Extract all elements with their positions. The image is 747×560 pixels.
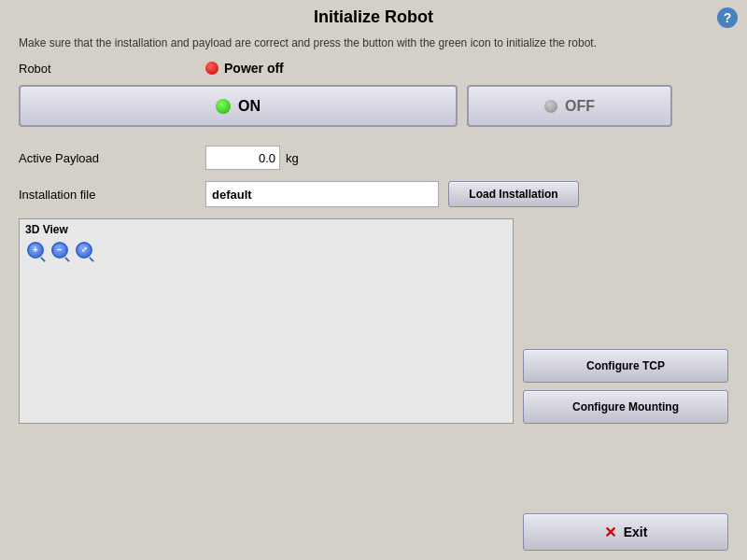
exit-x-icon: ✕ — [604, 524, 616, 541]
main-window: Initialize Robot ? Make sure that the in… — [0, 0, 747, 560]
zoom-in-icon[interactable]: + — [25, 240, 46, 260]
zoom-out-circle: − — [51, 242, 68, 259]
off-button[interactable]: OFF — [467, 85, 672, 127]
on-button[interactable]: ON — [19, 85, 458, 127]
payload-label: Active Payload — [19, 151, 205, 165]
exit-label: Exit — [624, 525, 648, 539]
configure-mounting-button[interactable]: Configure Mounting — [523, 390, 728, 424]
green-circle-icon — [216, 99, 231, 114]
payload-row: Active Payload kg — [19, 146, 728, 170]
red-dot-icon — [205, 62, 218, 75]
installation-label: Installation file — [19, 188, 205, 202]
load-installation-button[interactable]: Load Installation — [448, 181, 579, 207]
help-icon[interactable]: ? — [717, 7, 738, 28]
main-content: Robot Power off ON OFF Active Payload kg… — [0, 61, 747, 207]
off-button-label: OFF — [565, 98, 595, 115]
lower-section: 3D View + − ⤢ — [0, 218, 747, 424]
right-buttons-panel: Configure TCP Configure Mounting — [523, 218, 728, 424]
zoom-fit-icon[interactable]: ⤢ — [74, 240, 94, 260]
window-title: Initialize Robot — [314, 7, 433, 27]
three-d-title: 3D View — [20, 219, 74, 240]
power-status: Power off — [205, 61, 284, 76]
robot-label: Robot — [19, 62, 205, 76]
configure-tcp-button[interactable]: Configure TCP — [523, 349, 728, 383]
title-bar: Initialize Robot ? — [0, 0, 747, 33]
gray-circle-icon — [544, 100, 557, 113]
three-d-view-panel: 3D View + − ⤢ — [19, 218, 514, 424]
kg-unit-label: kg — [286, 151, 299, 165]
on-button-label: ON — [238, 98, 261, 115]
exit-button[interactable]: ✕ Exit — [523, 513, 728, 551]
power-status-text: Power off — [224, 61, 284, 76]
payload-input[interactable] — [205, 146, 280, 170]
zoom-out-icon[interactable]: − — [49, 240, 70, 260]
power-buttons-row: ON OFF — [19, 85, 728, 127]
robot-row: Robot Power off — [19, 61, 728, 76]
bottom-bar: ✕ Exit — [0, 504, 747, 560]
zoom-fit-circle: ⤢ — [76, 242, 92, 259]
zoom-in-circle: + — [27, 242, 44, 259]
installation-row: Installation file Load Installation — [19, 181, 728, 207]
subtitle-text: Make sure that the installation and payl… — [0, 33, 747, 61]
installation-input[interactable] — [205, 181, 439, 207]
zoom-icons-row: + − ⤢ — [25, 240, 94, 260]
